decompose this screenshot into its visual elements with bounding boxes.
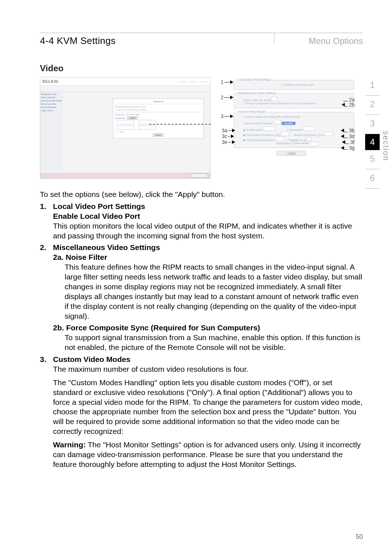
callout-3e: 3e — [222, 139, 228, 145]
panel-title: Filename — [115, 100, 202, 103]
force-composite-label[interactable]: Force Composite Sync (Required for Sun C… — [247, 102, 316, 105]
section-title: 4-4 KVM Settings — [40, 35, 116, 47]
item2a-body: This feature defines how the RIPM reacts… — [40, 262, 363, 321]
page-number: 50 — [356, 533, 363, 541]
callout-3g: 3g — [349, 145, 355, 151]
apply-button[interactable]: Apply — [277, 151, 306, 156]
nav-item-5[interactable]: 5 — [365, 150, 380, 169]
top-links: some, other, some — [178, 80, 208, 83]
screenshot-right-annotations: 1 Local Video Port Settings ☐ Enable loc… — [221, 77, 362, 156]
total-pixels-label: Total horizontal pixels — [246, 138, 274, 142]
item2-number: 2. — [40, 243, 46, 253]
callout-3d: 3d — [349, 133, 355, 139]
item2b-body: To support signal transmission from a Su… — [40, 333, 363, 352]
callout-2: 2 — [221, 94, 224, 100]
breadcrumb: Menu Options — [305, 36, 363, 46]
connector-dashed-line — [149, 124, 211, 125]
nav-item-6[interactable]: 6 — [365, 169, 380, 189]
custom-mode-number: Custom Mode Number — [244, 122, 273, 125]
group1-title: Local Video Port Settings — [237, 78, 272, 81]
subheading-video: Video — [40, 63, 363, 73]
apply-button-small[interactable]: button — [153, 133, 163, 137]
page-header: 4-4 KVM Settings Menu Options — [40, 33, 363, 47]
y-resolution-label: Y Resolution — [286, 128, 303, 132]
group3-title: Custom Video Modes — [237, 110, 267, 113]
item3-title: Custom Video Modes — [53, 355, 130, 363]
item2-title: Miscellaneous Video Settings — [53, 243, 160, 251]
item1-body: This option monitors the local video out… — [40, 221, 363, 241]
arrow-right-icon — [232, 140, 235, 144]
panel-text1: Something like this option or not — [115, 105, 202, 108]
item3-body1: The maximum number of custom video resol… — [40, 364, 363, 374]
x-resolution-label: X Resolution — [246, 128, 263, 132]
arrow-right-icon — [230, 80, 233, 84]
screenshot-left-panel: BELKIN some, other, some Navigation User… — [40, 77, 211, 179]
section-label: section — [381, 131, 391, 161]
item3-number: 3. — [40, 355, 46, 364]
polarity-label: Polarity for M — [289, 138, 306, 142]
item1-sub: Enable Local Video Port — [53, 212, 140, 220]
item3-body2: The "Custom Modes Handling" option lets … — [40, 378, 363, 436]
group2-title: Miscellaneous Video Settings — [237, 92, 277, 95]
callout-3a: 3a — [222, 128, 228, 133]
item1-title: Local Video Port Settings — [53, 202, 145, 210]
callout-3: 3 — [221, 113, 224, 119]
v-freq-label: Vertical Frequency (Hz) — [294, 133, 324, 137]
figure-container: BELKIN some, other, some Navigation User… — [40, 77, 363, 179]
warning-label: Warning: — [53, 440, 86, 449]
section-number: 4-4 — [40, 35, 54, 46]
item2b-title: 2b. Force Composite Sync (Required for S… — [53, 323, 260, 332]
arrow-left-icon — [341, 129, 344, 132]
nav-item-1[interactable]: 1 — [365, 76, 380, 96]
h-freq-label: Horizontal Frequency (Hz) — [246, 133, 280, 137]
arrow-right-icon — [230, 96, 233, 99]
update-button[interactable]: Update — [282, 122, 295, 125]
callout-3b: 3b — [349, 128, 355, 133]
nav-item-2[interactable]: 2 — [365, 96, 380, 115]
nav-item-3[interactable]: 3 — [365, 115, 380, 134]
noise-filter-label: Noise Filter on, small — [244, 98, 271, 102]
brand-label: BELKIN — [42, 80, 58, 84]
settings-panel: Filename Something like this option or n… — [113, 98, 204, 138]
warning-body: The "Host Monitor Settings" option is fo… — [53, 440, 361, 468]
callout-2b: 2b — [349, 102, 355, 108]
arrow-right-icon — [230, 114, 233, 118]
section-name: KVM Settings — [57, 35, 115, 46]
enable-local-video-checkbox[interactable]: Enable local video port — [284, 83, 314, 86]
section-nav: 1 2 3 4 5 6 section — [362, 76, 383, 189]
description-label: Description — [276, 142, 291, 145]
arrow-left-icon — [342, 103, 345, 106]
body-text: To set the options (see below), click th… — [40, 190, 363, 470]
arrow-right-icon — [232, 129, 235, 132]
description-value[interactable]: Custom Mode 1 — [291, 142, 318, 146]
item2a-title: 2a. Noise Filter — [53, 253, 107, 261]
nav-item-4[interactable]: 4 — [365, 134, 380, 150]
custom-handling-label: Custom Modes Handling Off Additional Onl… — [244, 115, 300, 118]
intro-text: To set the options (see below), click th… — [40, 190, 363, 200]
sidebar-nav: Navigation User Video Network Security S… — [40, 92, 63, 171]
callout-1: 1 — [221, 79, 224, 85]
arrow-left-icon — [341, 134, 344, 138]
item1-number: 1. — [40, 202, 46, 211]
callout-3c: 3c — [222, 133, 227, 139]
update-button[interactable]: button — [127, 116, 138, 120]
arrow-left-icon — [341, 146, 344, 150]
arrow-left-icon — [342, 140, 345, 144]
arrow-right-icon — [231, 134, 234, 138]
callout-3f: 3f — [350, 139, 355, 145]
